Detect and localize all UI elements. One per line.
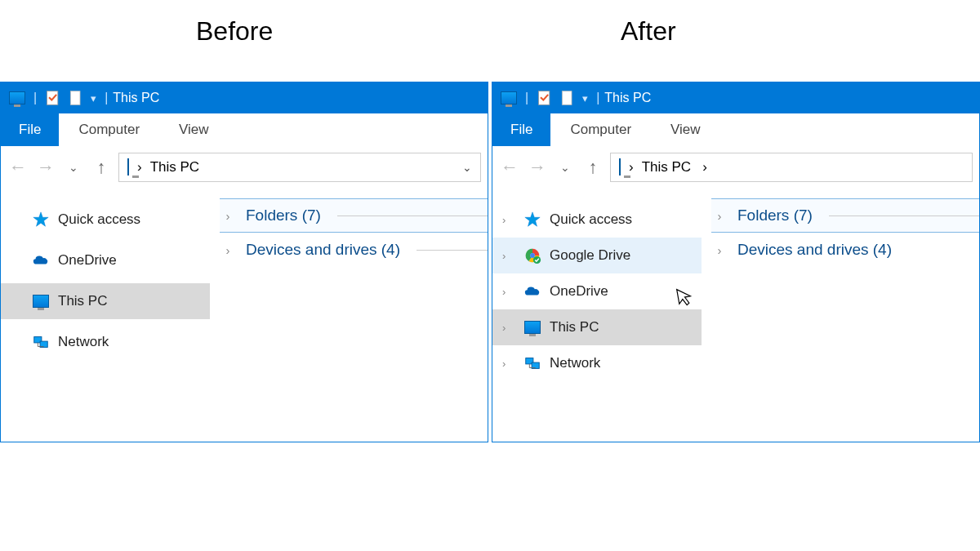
- file-tab[interactable]: File: [492, 113, 550, 146]
- monitor-icon: [9, 91, 25, 104]
- divider: |: [596, 91, 599, 105]
- sidebar-item-onedrive[interactable]: ›OneDrive: [492, 273, 702, 309]
- cloud-icon: [523, 282, 541, 300]
- chevron-right-icon: ›: [220, 243, 236, 257]
- breadcrumb-sep: ›: [702, 159, 707, 176]
- monitor-icon: [619, 159, 621, 176]
- sidebar: Quick accessOneDriveThis PCNetwork: [1, 189, 210, 442]
- titlebar[interactable]: | ▾ | This PC: [492, 82, 979, 113]
- monitor-icon: [523, 318, 541, 336]
- after-label: After: [621, 16, 676, 47]
- forward-button[interactable]: →: [527, 157, 548, 178]
- menubar: File Computer View: [1, 113, 488, 146]
- view-tab[interactable]: View: [159, 113, 229, 146]
- chevron-right-icon: ›: [220, 209, 236, 223]
- explorer-window-before: | ▾ | This PC File Computer View ← → ⌄ ↑…: [0, 82, 488, 442]
- sidebar-item-google-drive[interactable]: ›Google Drive: [492, 238, 702, 273]
- divider: |: [525, 91, 528, 105]
- up-button[interactable]: ↑: [91, 157, 112, 178]
- svg-rect-1: [70, 91, 80, 105]
- forward-button[interactable]: →: [35, 157, 56, 178]
- address-bar[interactable]: › This PC ⌄: [118, 153, 481, 182]
- breadcrumb-sep: ›: [137, 159, 142, 176]
- recent-dropdown[interactable]: ⌄: [555, 161, 576, 174]
- sidebar-item-label: Network: [550, 355, 600, 371]
- cloud-icon: [32, 251, 50, 269]
- explorer-window-after: | ▾ | This PC File Computer View ← → ⌄ ↑…: [492, 82, 980, 442]
- devices-section[interactable]: › Devices and drives (4): [220, 233, 488, 267]
- star-icon: [523, 211, 541, 229]
- breadcrumb-location[interactable]: This PC: [642, 159, 691, 176]
- devices-section[interactable]: › Devices and drives (4): [711, 233, 979, 267]
- window-title: This PC: [113, 91, 159, 105]
- expand-chevron-icon[interactable]: ›: [502, 322, 515, 334]
- nav-toolbar: ← → ⌄ ↑ › This PC ›: [492, 146, 979, 189]
- recent-dropdown[interactable]: ⌄: [63, 161, 84, 174]
- dropdown-icon[interactable]: ▾: [91, 92, 96, 104]
- check-doc-icon[interactable]: [45, 90, 61, 106]
- monitor-icon: [501, 91, 517, 104]
- sidebar-item-label: Quick access: [58, 211, 140, 228]
- expand-chevron-icon[interactable]: ›: [502, 286, 515, 298]
- window-title: This PC: [604, 91, 651, 105]
- back-button[interactable]: ←: [499, 157, 520, 178]
- breadcrumb-location[interactable]: This PC: [150, 159, 199, 176]
- sidebar-item-label: Network: [58, 334, 109, 350]
- sidebar-item-quick-access[interactable]: Quick access: [1, 202, 210, 238]
- sidebar-item-network[interactable]: Network: [1, 324, 210, 360]
- check-doc-icon[interactable]: [537, 90, 553, 106]
- computer-tab[interactable]: Computer: [59, 113, 159, 146]
- chevron-down-icon[interactable]: ⌄: [462, 161, 472, 174]
- network-icon: [523, 354, 541, 372]
- svg-point-9: [530, 253, 535, 258]
- folders-section[interactable]: › Folders (7): [220, 198, 488, 233]
- sidebar-item-label: Quick access: [550, 211, 632, 228]
- divider-line: [829, 216, 979, 216]
- sidebar: ›Quick access›Google Drive›OneDrive›This…: [492, 189, 702, 442]
- divider: |: [33, 91, 37, 105]
- blank-doc-icon[interactable]: [68, 90, 84, 106]
- nav-toolbar: ← → ⌄ ↑ › This PC ⌄: [1, 146, 488, 189]
- breadcrumb-sep: ›: [629, 159, 634, 176]
- back-button[interactable]: ←: [7, 157, 29, 178]
- dropdown-icon[interactable]: ▾: [582, 92, 588, 104]
- content-pane: › Folders (7) › Devices and drives (4): [210, 189, 488, 442]
- monitor-icon: [127, 159, 129, 176]
- view-tab[interactable]: View: [651, 113, 720, 146]
- address-bar[interactable]: › This PC ›: [610, 153, 973, 182]
- sidebar-item-onedrive[interactable]: OneDrive: [1, 242, 210, 278]
- expand-chevron-icon[interactable]: ›: [502, 250, 515, 262]
- sidebar-item-quick-access[interactable]: ›Quick access: [492, 202, 702, 238]
- network-icon: [32, 333, 50, 351]
- section-label: Folders (7): [737, 207, 813, 224]
- gdrive-icon: [523, 247, 541, 264]
- sidebar-item-this-pc[interactable]: This PC: [1, 283, 210, 319]
- section-label: Folders (7): [246, 207, 321, 224]
- divider: |: [105, 91, 108, 105]
- sidebar-item-label: This PC: [58, 293, 107, 309]
- menubar: File Computer View: [492, 113, 979, 146]
- expand-chevron-icon[interactable]: ›: [502, 214, 515, 226]
- sidebar-item-label: OneDrive: [550, 283, 608, 300]
- sidebar-item-this-pc[interactable]: ›This PC: [492, 309, 702, 345]
- divider-line: [416, 250, 488, 251]
- blank-doc-icon[interactable]: [559, 90, 576, 106]
- star-icon: [32, 211, 50, 229]
- svg-rect-7: [562, 91, 572, 105]
- divider-line: [337, 216, 488, 216]
- sidebar-item-label: Google Drive: [550, 247, 630, 264]
- chevron-right-icon: ›: [711, 209, 728, 223]
- computer-tab[interactable]: Computer: [550, 113, 651, 146]
- sidebar-item-network[interactable]: ›Network: [492, 345, 702, 381]
- file-tab[interactable]: File: [1, 113, 59, 146]
- section-label: Devices and drives (4): [737, 241, 892, 259]
- monitor-icon: [32, 292, 50, 310]
- folders-section[interactable]: › Folders (7): [711, 198, 979, 233]
- chevron-right-icon: ›: [711, 243, 728, 257]
- titlebar[interactable]: | ▾ | This PC: [1, 82, 488, 113]
- up-button[interactable]: ↑: [582, 157, 604, 178]
- expand-chevron-icon[interactable]: ›: [502, 358, 515, 370]
- content-pane: › Folders (7) › Devices and drives (4): [702, 189, 979, 442]
- sidebar-item-label: OneDrive: [58, 252, 117, 269]
- sidebar-item-label: This PC: [550, 319, 599, 335]
